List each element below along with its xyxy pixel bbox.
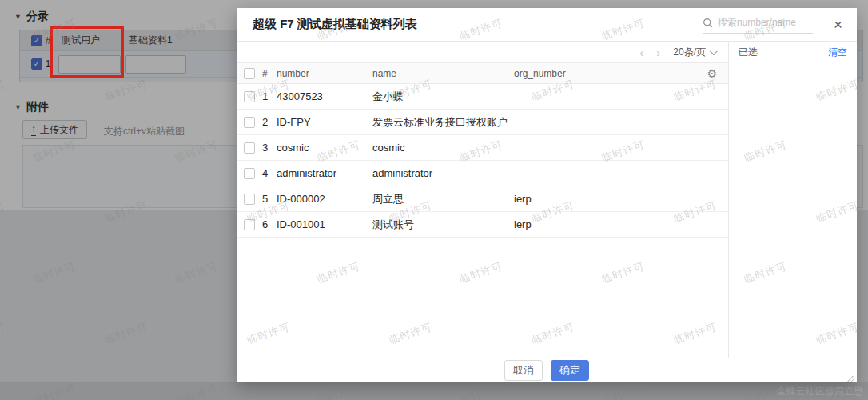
row-select-cell[interactable]: [237, 117, 262, 128]
cell-number: administrator: [277, 167, 372, 179]
clear-selection-link[interactable]: 清空: [828, 46, 847, 59]
modal-header: 超级 F7 测试虚拟基础资料列表 搜索number/name ×: [237, 8, 857, 42]
table-rows-container: 143007523金小蝶2ID-FPY发票云标准业务接口授权账户3cosmicc…: [237, 84, 728, 238]
col-header-number[interactable]: number: [277, 68, 372, 79]
search-placeholder: 搜索number/name: [718, 16, 796, 30]
f7-list-modal: 超级 F7 测试虚拟基础资料列表 搜索number/name × ‹ › 20条…: [237, 8, 857, 382]
cell-index: 1: [262, 90, 277, 102]
column-settings-gear-icon[interactable]: ⚙: [696, 67, 728, 80]
cell-org-number: ierp: [514, 218, 696, 230]
chevron-down-icon: [710, 47, 718, 55]
table-row[interactable]: 3cosmiccosmic: [237, 135, 728, 161]
table-row[interactable]: 6ID-001001测试账号ierp: [237, 212, 728, 238]
list-toolbar: ‹ › 20条/页: [237, 42, 728, 62]
resize-grip-icon[interactable]: [846, 373, 854, 381]
checkbox-icon[interactable]: [244, 168, 255, 179]
screen: ▼ 分录 ✓ # 测试用户 基础资料1 ✓ 1: [0, 0, 868, 400]
cell-name: 周立思: [372, 192, 514, 206]
table-row[interactable]: 143007523金小蝶: [237, 84, 728, 110]
modal-footer: 取消 确定: [237, 358, 857, 382]
checkbox-icon[interactable]: [244, 91, 255, 102]
table-header-row: # number name org_number ⚙: [237, 62, 728, 84]
table-row[interactable]: 2ID-FPY发票云标准业务接口授权账户: [237, 110, 728, 135]
checkbox-icon[interactable]: [244, 68, 255, 79]
row-select-cell[interactable]: [237, 219, 262, 230]
modal-title: 超级 F7 测试虚拟基础资料列表: [253, 17, 417, 32]
cell-name: 金小蝶: [372, 90, 514, 104]
row-select-cell[interactable]: [237, 91, 262, 102]
checkbox-icon[interactable]: [244, 219, 255, 230]
cell-number: ID-000002: [277, 193, 372, 205]
cell-name: cosmic: [372, 142, 514, 154]
modal-body: ‹ › 20条/页 # number name org_number ⚙: [237, 42, 857, 358]
col-header-org-number[interactable]: org_number: [514, 68, 696, 79]
selected-panel-header: 已选 清空: [729, 42, 857, 62]
cell-number: ID-001001: [277, 218, 372, 230]
page-size-value: 20条/页: [673, 46, 706, 59]
cell-index: 4: [262, 167, 277, 179]
checkbox-icon[interactable]: [244, 142, 255, 154]
modal-list-area: ‹ › 20条/页 # number name org_number ⚙: [237, 42, 729, 358]
page-size-select[interactable]: 20条/页: [673, 46, 715, 59]
cell-index: 3: [262, 142, 277, 154]
selected-panel-title: 已选: [739, 46, 758, 59]
row-select-cell[interactable]: [237, 142, 262, 154]
checkbox-icon[interactable]: [244, 194, 255, 205]
page-next-button[interactable]: ›: [656, 46, 660, 58]
search-input[interactable]: 搜索number/name: [703, 16, 813, 34]
row-select-cell[interactable]: [237, 168, 262, 179]
cell-org-number: ierp: [514, 193, 696, 205]
ok-button[interactable]: 确定: [551, 360, 589, 381]
cell-number: cosmic: [277, 142, 372, 154]
close-icon[interactable]: ×: [834, 17, 842, 32]
cell-number: ID-FPY: [277, 116, 372, 128]
cell-name: 发票云标准业务接口授权账户: [372, 115, 514, 130]
cell-name: administrator: [372, 167, 514, 179]
selected-panel: 已选 清空: [729, 42, 857, 358]
checkbox-icon[interactable]: [244, 117, 255, 128]
page-prev-button[interactable]: ‹: [639, 46, 643, 58]
table-row[interactable]: 4administratoradministrator: [237, 161, 728, 186]
col-header-name[interactable]: name: [372, 68, 514, 79]
cell-index: 2: [262, 116, 277, 128]
search-icon: [703, 18, 713, 28]
row-select-cell[interactable]: [237, 194, 262, 205]
select-all-cell[interactable]: [237, 68, 262, 79]
cell-name: 测试账号: [372, 218, 514, 232]
cell-index: 6: [262, 218, 277, 230]
col-header-index: #: [262, 68, 277, 79]
table-row[interactable]: 5ID-000002周立思ierp: [237, 186, 728, 212]
annotation-highlight-box: [50, 26, 124, 78]
cell-index: 5: [262, 193, 277, 205]
cell-number: 43007523: [277, 90, 372, 102]
cancel-button[interactable]: 取消: [504, 360, 543, 381]
